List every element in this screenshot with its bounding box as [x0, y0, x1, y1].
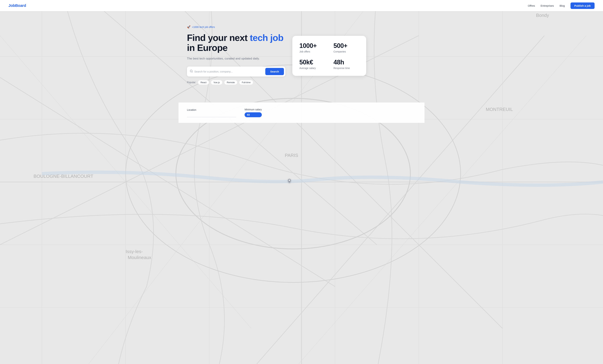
svg-point-28: [289, 180, 290, 181]
hero-badge-text: +1000 tech job offers: [192, 26, 215, 28]
main-content: 🚀 +1000 tech job offers Find your next t…: [178, 11, 425, 95]
nav-link-offres[interactable]: Offres: [528, 4, 535, 7]
stat-response: 48h Response time: [334, 59, 359, 69]
location-label: Location: [187, 109, 236, 111]
location-filter: Location: [187, 109, 236, 117]
logo: JobBoard: [8, 3, 26, 8]
search-input[interactable]: [194, 70, 264, 73]
stat-response-value: 48h: [334, 59, 359, 66]
svg-line-30: [192, 72, 192, 72]
stat-companies: 500+ Companies: [334, 42, 359, 53]
stat-salary: 50k€ Average salary: [299, 59, 325, 69]
stat-job-offers-value: 1000+: [299, 42, 325, 49]
tag-react[interactable]: React: [198, 80, 209, 85]
nav-link-blog[interactable]: Blog: [560, 4, 565, 7]
rocket-icon: 🚀: [187, 25, 190, 29]
stat-response-label: Response time: [334, 67, 359, 69]
search-button[interactable]: Search: [265, 68, 284, 75]
navbar: JobBoard Offres Entreprises Blog Publish…: [0, 0, 603, 11]
salary-badge[interactable]: €0: [244, 112, 262, 117]
tag-remote[interactable]: Remote: [224, 80, 238, 85]
salary-filter: Minimum salary €0: [244, 108, 262, 117]
bottom-filters: Location Minimum salary €0: [178, 102, 425, 123]
hero-title: Find your next tech job in Europe: [187, 33, 285, 53]
map-pin: [287, 179, 291, 185]
salary-label: Minimum salary: [244, 108, 262, 111]
hero-title-prefix: Find your next: [187, 33, 250, 43]
nav-link-entreprises[interactable]: Entreprises: [541, 4, 554, 7]
location-input[interactable]: [187, 113, 236, 117]
stat-companies-value: 500+: [334, 42, 359, 49]
hero-badge: 🚀 +1000 tech job offers: [187, 25, 215, 29]
tag-vuejs[interactable]: Vue.js: [211, 80, 222, 85]
svg-text:PARIS: PARIS: [285, 153, 298, 158]
popular-tags: Popular: React Vue.js Remote Full-time: [187, 80, 285, 85]
stat-job-offers-label: Job offers: [299, 50, 325, 53]
popular-label: Popular:: [187, 81, 196, 84]
hero-title-accent: tech job: [250, 33, 283, 43]
stats-card: 1000+ Job offers 500+ Companies 50k€ Ave…: [292, 36, 366, 76]
svg-text:MONTREUIL: MONTREUIL: [486, 107, 513, 112]
stat-companies-label: Companies: [334, 50, 359, 53]
publish-job-button[interactable]: Publish a job: [570, 2, 595, 9]
stat-salary-label: Average salary: [299, 67, 325, 69]
hero-section: 🚀 +1000 tech job offers Find your next t…: [187, 25, 285, 85]
tag-fulltime[interactable]: Full-time: [239, 80, 253, 85]
stat-salary-value: 50k€: [299, 59, 325, 66]
hero-subtitle: The best tech opportunities, curated and…: [187, 56, 285, 61]
stat-job-offers: 1000+ Job offers: [299, 42, 325, 53]
search-bar: Search: [187, 66, 285, 77]
search-icon: [190, 69, 193, 74]
hero-title-suffix: in Europe: [187, 43, 228, 53]
nav-links: Offres Entreprises Blog Publish a job: [528, 2, 595, 9]
svg-text:Bondy: Bondy: [536, 13, 549, 18]
